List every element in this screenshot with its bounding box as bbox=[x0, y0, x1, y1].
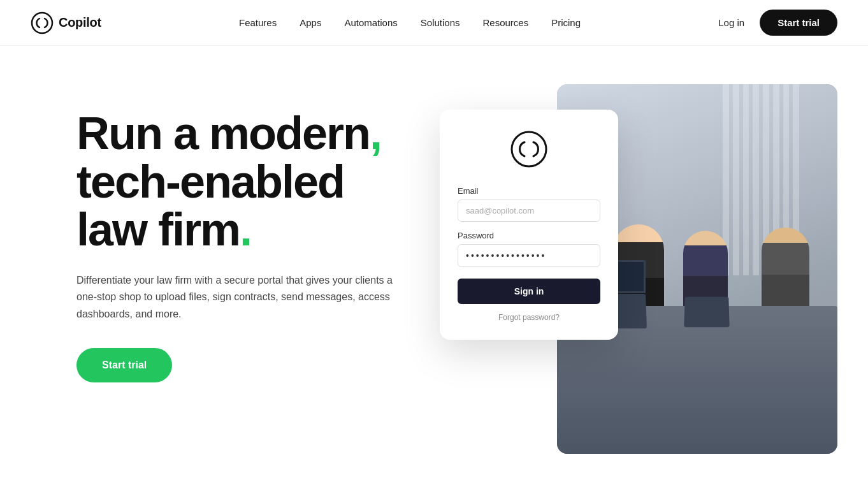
svg-point-1 bbox=[512, 132, 546, 166]
person-3 bbox=[762, 228, 809, 314]
sign-in-button[interactable]: Sign in bbox=[458, 279, 600, 304]
logo-text: Copilot bbox=[59, 15, 101, 30]
hero-heading-line3: law firm. bbox=[76, 204, 251, 255]
password-field-group: Password bbox=[458, 231, 600, 276]
hero-heading: Run a modern, tech-enabled law firm. bbox=[76, 110, 459, 254]
login-link[interactable]: Log in bbox=[718, 17, 744, 28]
nav-item-pricing[interactable]: Pricing bbox=[551, 17, 581, 28]
email-label: Email bbox=[458, 186, 600, 196]
password-input[interactable] bbox=[458, 244, 600, 267]
logo-icon bbox=[31, 11, 54, 34]
nav-item-automations[interactable]: Automations bbox=[344, 17, 397, 28]
hero-left: Run a modern, tech-enabled law firm. Dif… bbox=[76, 97, 459, 382]
email-field-group: Email bbox=[458, 186, 600, 231]
svg-point-0 bbox=[32, 13, 52, 33]
nav-item-apps[interactable]: Apps bbox=[300, 17, 321, 28]
nav-item-solutions[interactable]: Solutions bbox=[421, 17, 460, 28]
nav-actions: Log in Start trial bbox=[718, 10, 837, 36]
logo[interactable]: Copilot bbox=[31, 11, 101, 34]
nav-links: Features Apps Automations Solutions Reso… bbox=[239, 17, 581, 29]
accent-period: . bbox=[240, 204, 251, 255]
accent-comma: , bbox=[370, 108, 381, 159]
laptop-2 bbox=[684, 297, 729, 327]
hero-section: Run a modern, tech-enabled law firm. Dif… bbox=[0, 46, 868, 501]
forgot-password-link[interactable]: Forgot password? bbox=[458, 313, 600, 322]
navbar: Copilot Features Apps Automations Soluti… bbox=[0, 0, 868, 46]
login-card: Email Password Sign in Forgot password? bbox=[440, 110, 618, 340]
login-logo-icon bbox=[510, 130, 548, 168]
nav-start-trial-button[interactable]: Start trial bbox=[760, 10, 837, 36]
hero-right: Email Password Sign in Forgot password? bbox=[459, 97, 837, 492]
hero-heading-line1: Run a modern, bbox=[76, 108, 381, 159]
hero-heading-line2: tech-enabled bbox=[76, 156, 344, 207]
login-card-logo bbox=[458, 130, 600, 168]
nav-item-resources[interactable]: Resources bbox=[483, 17, 529, 28]
password-label: Password bbox=[458, 231, 600, 240]
hero-subtext: Differentiate your law firm with a secur… bbox=[76, 272, 395, 323]
hero-start-trial-button[interactable]: Start trial bbox=[76, 348, 172, 382]
nav-item-features[interactable]: Features bbox=[239, 17, 277, 28]
email-input[interactable] bbox=[458, 200, 600, 222]
